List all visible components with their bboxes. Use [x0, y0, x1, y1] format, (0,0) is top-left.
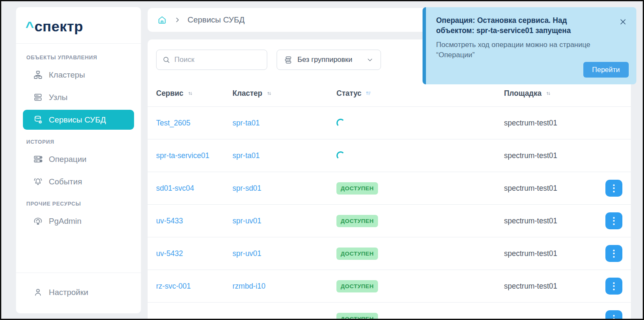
chevron-down-icon	[366, 56, 374, 64]
search-input[interactable]	[174, 56, 262, 64]
cluster-link[interactable]: spr-ta01	[232, 119, 260, 127]
cluster-link[interactable]: spr-ta01	[232, 151, 260, 160]
layers-icon	[284, 56, 293, 64]
service-link[interactable]: rz-svc-001	[156, 282, 191, 290]
pgadmin-icon	[33, 216, 43, 226]
table-row: ДОСТУПЕН	[148, 302, 631, 320]
site-cell: spectrum-test01	[504, 282, 595, 291]
loading-spinner	[336, 119, 345, 127]
site-cell: spectrum-test01	[504, 184, 595, 193]
toast-message: Посмотреть ход операции можно на страниц…	[436, 40, 602, 60]
sidebar-item-label: Операции	[49, 155, 87, 164]
sort-icon[interactable]	[545, 90, 552, 97]
breadcrumb-current-page: Сервисы СУБД	[188, 15, 245, 25]
status-badge: ДОСТУПЕН	[336, 313, 378, 320]
sort-icon[interactable]	[266, 90, 272, 97]
table-row: rz-svc-001rzmbd-i10ДОСТУПЕНspectrum-test…	[148, 270, 631, 302]
search-box	[156, 50, 267, 70]
service-link[interactable]: sd01-svc04	[156, 184, 194, 192]
sidebar-item-nodes[interactable]: Узлы	[23, 87, 134, 107]
sidebar: ^спектр ОБЪЕКТЫ УПРАВЛЕНИЯКластерыУзлыСе…	[16, 7, 141, 314]
loading-spinner	[336, 151, 345, 160]
sidebar-item-label: Сервисы СУБД	[49, 115, 106, 125]
column-label: Площадка	[504, 89, 541, 98]
sidebar-section-label: ПРОЧИЕ РЕСУРСЫ	[23, 194, 134, 211]
service-link[interactable]: spr-ta-service01	[156, 151, 209, 160]
sidebar-item-operations[interactable]: Операции	[23, 149, 134, 169]
column-header[interactable]: Кластер	[232, 89, 336, 98]
column-label: Сервис	[156, 89, 183, 98]
column-label: Статус	[336, 89, 361, 98]
cluster-link[interactable]: spr-uv01	[232, 217, 261, 225]
sidebar-item-clusters[interactable]: Кластеры	[23, 65, 134, 85]
table-row: uv-5433spr-uv01ДОСТУПЕНspectrum-test01	[148, 204, 631, 237]
sidebar-item-events[interactable]: События	[23, 172, 134, 192]
table-row: spr-ta-service01spr-ta01spectrum-test01	[148, 139, 631, 172]
sidebar-section-label: ОБЪЕКТЫ УПРАВЛЕНИЯ	[23, 48, 134, 65]
site-cell: spectrum-test01	[504, 249, 595, 258]
service-link[interactable]: uv-5432	[156, 249, 183, 258]
service-link[interactable]: uv-5433	[156, 217, 183, 225]
table-body: Test_2605spr-ta01spectrum-test01spr-ta-s…	[148, 106, 631, 320]
status-badge: ДОСТУПЕН	[336, 280, 378, 292]
status-badge: ДОСТУПЕН	[336, 182, 378, 195]
column-label: Кластер	[232, 89, 262, 98]
clusters-icon	[33, 70, 43, 80]
app-logo: ^спектр	[16, 7, 141, 44]
sort-icon[interactable]	[187, 90, 193, 97]
db-services-icon	[33, 115, 43, 125]
sidebar-item-label: Кластеры	[49, 70, 85, 80]
status-badge: ДОСТУПЕН	[336, 248, 378, 260]
sidebar-section-label: ИСТОРИЯ	[23, 132, 134, 149]
column-header[interactable]: Площадка	[504, 89, 595, 98]
nodes-icon	[33, 92, 43, 102]
sort-asc-icon[interactable]	[365, 90, 372, 97]
operation-toast: Операция: Остановка сервиса. Над объекто…	[423, 7, 636, 84]
toast-go-button[interactable]: Перейти	[583, 62, 629, 78]
grouping-value: Без группировки	[297, 56, 353, 64]
sidebar-item-label: События	[49, 177, 82, 186]
sidebar-footer: Настройки	[16, 273, 141, 313]
sidebar-item-settings[interactable]: Настройки	[23, 282, 134, 302]
sidebar-item-label: Настройки	[49, 288, 88, 297]
user-icon	[33, 287, 43, 297]
sidebar-sections: ОБЪЕКТЫ УПРАВЛЕНИЯКластерыУзлыСервисы СУ…	[16, 44, 141, 273]
logo-caret-icon: ^	[25, 18, 34, 34]
row-actions-button[interactable]	[605, 245, 622, 262]
row-actions-button[interactable]	[605, 180, 622, 197]
site-cell: spectrum-test01	[504, 217, 595, 225]
table-row: uv-5432spr-uv01ДОСТУПЕНspectrum-test01	[148, 237, 631, 270]
site-cell: spectrum-test01	[504, 119, 595, 128]
close-x-icon	[619, 17, 627, 26]
home-icon[interactable]	[157, 15, 167, 25]
service-link[interactable]: Test_2605	[156, 119, 190, 127]
chevron-right-icon	[174, 16, 181, 24]
table-row: Test_2605spr-ta01spectrum-test01	[148, 106, 631, 139]
events-icon	[33, 177, 43, 186]
sidebar-item-label: PgAdmin	[49, 217, 81, 226]
toast-title: Операция: Остановка сервиса. Над объекто…	[436, 16, 606, 36]
grouping-select[interactable]: Без группировки	[277, 50, 381, 70]
cluster-link[interactable]: spr-uv01	[232, 249, 261, 258]
table-row: sd01-svc04spr-sd01ДОСТУПЕНspectrum-test0…	[148, 172, 631, 204]
column-header[interactable]: Сервис	[156, 89, 232, 98]
search-icon	[162, 56, 171, 64]
site-cell: spectrum-test01	[504, 151, 595, 160]
column-header[interactable]: Статус	[336, 89, 504, 98]
cluster-link[interactable]: spr-sd01	[232, 184, 261, 192]
sidebar-item-pgadmin[interactable]: PgAdmin	[23, 211, 134, 231]
row-actions-button[interactable]	[605, 278, 622, 295]
sidebar-item-db-services[interactable]: Сервисы СУБД	[23, 110, 134, 130]
status-badge: ДОСТУПЕН	[336, 215, 378, 227]
row-actions-button[interactable]	[605, 212, 622, 229]
logo-text: спектр	[34, 18, 83, 34]
sidebar-item-label: Узлы	[49, 93, 67, 102]
operations-icon	[33, 154, 43, 164]
cluster-link[interactable]: rzmbd-i10	[232, 282, 266, 290]
row-actions-button[interactable]	[605, 310, 622, 320]
close-icon[interactable]	[618, 17, 628, 27]
